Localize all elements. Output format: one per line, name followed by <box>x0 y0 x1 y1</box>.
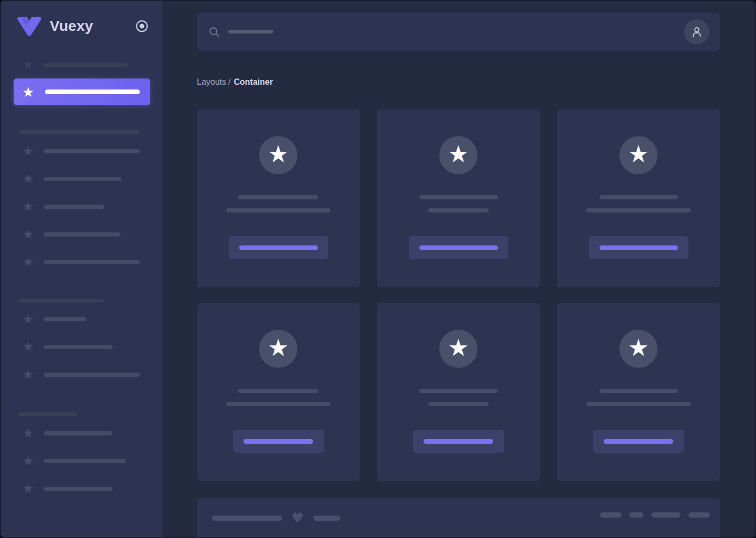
star-icon: ★ <box>22 255 35 269</box>
sidebar-item[interactable]: ★ <box>1 454 162 468</box>
sidebar-item-active[interactable]: ★ <box>14 79 150 105</box>
star-icon: ★ <box>22 144 35 158</box>
main-area: Layouts/Container ★★★★★★ ♥ <box>162 1 755 537</box>
card: ★ <box>197 109 360 287</box>
card-text-skeleton <box>428 402 488 406</box>
radio-circle-icon <box>135 19 149 33</box>
star-icon: ★ <box>22 312 35 326</box>
star-icon: ★ <box>22 58 35 72</box>
search-icon <box>208 26 220 38</box>
sidebar-item[interactable]: ★ <box>1 426 162 440</box>
button-label-skeleton <box>239 245 318 250</box>
footer-right-group <box>600 512 710 518</box>
menu-label-skeleton <box>44 149 140 153</box>
nav-section-header-skeleton <box>18 299 104 302</box>
card-action-button[interactable] <box>229 236 328 259</box>
star-icon: ★ <box>22 340 35 354</box>
footer-link-skeleton <box>629 512 643 518</box>
heart-icon: ♥ <box>291 512 304 524</box>
star-icon: ★ <box>268 336 288 360</box>
menu-label-skeleton <box>44 345 113 349</box>
card-text-skeleton <box>238 389 318 393</box>
breadcrumb-current: Container <box>234 77 273 86</box>
card-text-skeleton <box>419 389 498 393</box>
card: ★ <box>197 303 360 481</box>
nav-section-header-skeleton <box>18 130 140 134</box>
vuexy-logo <box>16 16 43 37</box>
star-icon: ★ <box>22 481 35 496</box>
sidebar-item[interactable]: ★ <box>1 481 162 496</box>
nav-section-header-skeleton <box>18 412 77 416</box>
menu-label-skeleton <box>44 373 140 377</box>
sidebar-nav: ★★★★★★★★★★★★★ <box>1 58 162 496</box>
footer-left-group: ♥ <box>212 512 340 524</box>
card-text-skeleton <box>226 208 330 212</box>
button-label-skeleton <box>243 439 313 444</box>
button-label-skeleton <box>604 439 673 444</box>
card-avatar-circle: ★ <box>439 136 477 174</box>
card-text-skeleton <box>428 208 488 212</box>
sidebar-header: Vuexy <box>1 1 162 37</box>
star-icon: ★ <box>22 426 35 440</box>
button-label-skeleton <box>424 439 493 444</box>
search-bar[interactable] <box>197 13 720 51</box>
star-icon: ★ <box>22 227 35 241</box>
card-text-skeleton <box>238 195 318 199</box>
sidebar-item[interactable]: ★ <box>1 312 162 326</box>
menu-label-skeleton <box>44 232 120 237</box>
footer-text-skeleton <box>212 515 282 521</box>
breadcrumb: Layouts/Container <box>197 77 720 87</box>
card-avatar-circle: ★ <box>619 136 658 174</box>
card-action-button[interactable] <box>233 430 324 453</box>
menu-label-skeleton <box>44 431 113 435</box>
star-icon: ★ <box>22 454 35 468</box>
menu-label-skeleton <box>44 487 113 491</box>
card: ★ <box>557 109 720 287</box>
card-avatar-circle: ★ <box>439 330 477 368</box>
menu-label-skeleton <box>44 317 86 321</box>
sidebar-item[interactable]: ★ <box>1 367 162 382</box>
user-menu-button[interactable] <box>684 19 709 44</box>
star-icon: ★ <box>268 142 288 166</box>
menu-label-skeleton <box>44 205 104 209</box>
card-action-button[interactable] <box>409 236 508 259</box>
star-icon: ★ <box>22 367 35 382</box>
card: ★ <box>557 303 720 481</box>
star-icon: ★ <box>628 336 649 360</box>
card-text-skeleton <box>586 208 691 212</box>
sidebar-item[interactable]: ★ <box>1 144 162 158</box>
card: ★ <box>377 303 540 481</box>
star-icon: ★ <box>22 199 35 214</box>
sidebar-item[interactable]: ★ <box>1 227 162 241</box>
card-text-skeleton <box>419 195 498 199</box>
search-placeholder-skeleton <box>228 30 273 33</box>
card-text-skeleton <box>586 402 691 406</box>
button-label-skeleton <box>599 245 678 250</box>
button-label-skeleton <box>419 245 498 250</box>
sidebar-item[interactable]: ★ <box>1 58 162 72</box>
footer-link-skeleton <box>688 512 710 518</box>
star-icon: ★ <box>22 172 35 186</box>
card-action-button[interactable] <box>593 430 684 453</box>
person-icon <box>690 25 704 39</box>
card-grid: ★★★★★★ <box>197 109 720 481</box>
sidebar-item[interactable]: ★ <box>1 255 162 269</box>
menu-label-skeleton <box>44 459 126 463</box>
brand-name: Vuexy <box>50 18 93 35</box>
card-avatar-circle: ★ <box>259 136 297 174</box>
sidebar: Vuexy ★★★★★★★★★★★★★ <box>1 1 162 537</box>
breadcrumb-link-layouts[interactable]: Layouts <box>197 77 226 86</box>
card-text-skeleton <box>599 195 678 199</box>
footer-text-skeleton <box>314 515 340 521</box>
menu-label-skeleton <box>45 89 140 94</box>
sidebar-item[interactable]: ★ <box>1 172 162 186</box>
star-icon: ★ <box>448 336 469 360</box>
card-action-button[interactable] <box>413 430 504 453</box>
sidebar-item[interactable]: ★ <box>1 199 162 214</box>
sidebar-item[interactable]: ★ <box>1 340 162 354</box>
breadcrumb-separator: / <box>228 77 230 86</box>
menu-pin-toggle[interactable] <box>135 19 149 33</box>
star-icon: ★ <box>628 142 649 166</box>
card-avatar-circle: ★ <box>619 330 658 368</box>
card-action-button[interactable] <box>589 236 688 259</box>
